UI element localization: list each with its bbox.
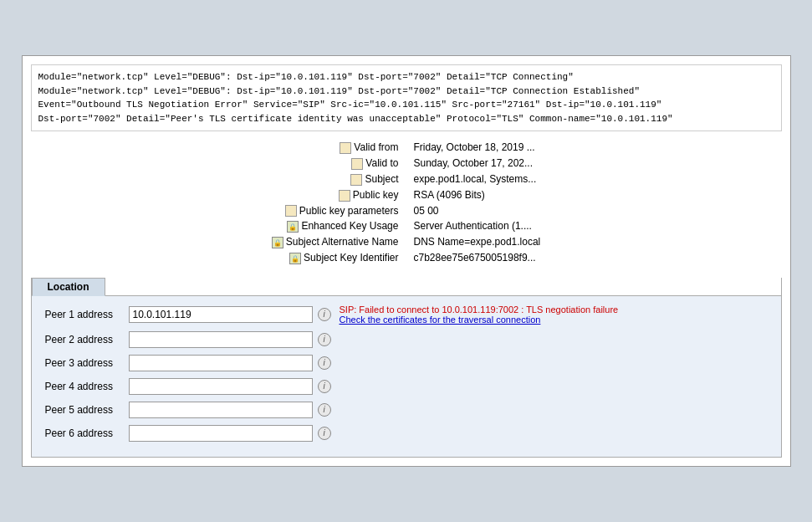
lock-icon: 🔒: [289, 253, 301, 264]
cert-row: Valid toSunday, October 17, 202...: [265, 156, 548, 171]
cert-row: 🔒Subject Key Identifierc7b28ee75e6750051…: [265, 250, 548, 266]
cert-row: Valid fromFriday, October 18, 2019 ...: [265, 140, 548, 156]
info-icon[interactable]: i: [318, 333, 331, 346]
cert-row: Public keyRSA (4096 Bits): [265, 187, 548, 203]
peer-input-2[interactable]: [129, 331, 313, 348]
info-icon[interactable]: i: [318, 356, 331, 370]
cert-label: 🔒Enhanced Key Usage: [265, 218, 407, 234]
cert-label: 🔒Subject Alternative Name: [265, 234, 407, 250]
box-icon: [351, 158, 363, 170]
info-icon[interactable]: i: [318, 308, 331, 321]
cert-value: expe.pod1.local, Systems...: [406, 171, 547, 187]
peer-row-6: Peer 6 addressi: [45, 425, 768, 442]
cert-table-section: Valid fromFriday, October 18, 2019 ...Va…: [31, 140, 782, 266]
peer-label-6: Peer 6 address: [45, 427, 129, 439]
info-icon[interactable]: i: [318, 380, 331, 393]
cert-table: Valid fromFriday, October 18, 2019 ...Va…: [265, 140, 548, 266]
cert-value: Sunday, October 17, 202...: [406, 156, 547, 171]
log-line-1: Module="network.tcp" Level="DEBUG": Dst-…: [38, 70, 774, 84]
box-icon: [350, 174, 362, 186]
cert-value: RSA (4096 Bits): [406, 187, 547, 203]
peer-input-4[interactable]: [129, 378, 313, 395]
cert-row: 🔒Enhanced Key UsageServer Authentication…: [265, 218, 548, 234]
peer-label-5: Peer 5 address: [45, 404, 129, 416]
peer-input-6[interactable]: [129, 425, 313, 442]
cert-label: Valid to: [265, 156, 407, 171]
cert-label: Subject: [265, 171, 407, 187]
log-line-2: Module="network.tcp" Level="DEBUG": Dst-…: [38, 84, 774, 99]
cert-value: c7b28ee75e675005198f9...: [406, 250, 547, 266]
log-line-3: Event="Outbound TLS Negotiation Error" S…: [38, 98, 774, 112]
cert-label: Public key: [265, 187, 407, 203]
cert-row: Subjectexpe.pod1.local, Systems...: [265, 171, 548, 187]
lock-icon: 🔒: [272, 237, 283, 248]
box-icon: [339, 190, 350, 202]
info-icon[interactable]: i: [318, 427, 331, 440]
cert-value: DNS Name=expe.pod1.local: [406, 234, 547, 250]
peer-row-2: Peer 2 addressi: [45, 331, 768, 348]
cert-value: 05 00: [406, 203, 547, 219]
peer-input-1[interactable]: [129, 306, 313, 323]
peer-input-3[interactable]: [129, 355, 313, 371]
peer-label-3: Peer 3 address: [45, 357, 129, 369]
peer-label-4: Peer 4 address: [45, 381, 129, 392]
error-message: SIP: Failed to connect to 10.0.101.119:7…: [340, 304, 619, 325]
box-icon: [340, 142, 351, 154]
info-icon[interactable]: i: [318, 403, 331, 417]
cert-row: 🔒Subject Alternative NameDNS Name=expe.p…: [265, 234, 548, 250]
cert-value: Server Authentication (1....: [406, 218, 547, 234]
location-tab[interactable]: Location: [32, 278, 105, 296]
peer-label-1: Peer 1 address: [45, 309, 129, 320]
cert-row: Public key parameters05 00: [265, 203, 548, 219]
error-link[interactable]: Check the certificates for the traversal…: [340, 315, 619, 325]
error-text: SIP: Failed to connect to 10.0.101.119:7…: [340, 304, 619, 315]
peer-row-1: Peer 1 addressiSIP: Failed to connect to…: [45, 304, 768, 325]
log-line-4: Dst-port="7002" Detail="Peer's TLS certi…: [38, 112, 774, 126]
peer-row-3: Peer 3 addressi: [45, 355, 768, 371]
cert-label: 🔒Subject Key Identifier: [265, 250, 407, 266]
peer-label-2: Peer 2 address: [45, 334, 129, 345]
location-section: Location Peer 1 addressiSIP: Failed to c…: [31, 278, 782, 458]
log-section: Module="network.tcp" Level="DEBUG": Dst-…: [31, 64, 782, 131]
lock-icon: 🔒: [287, 221, 299, 233]
location-tab-bar: Location: [32, 278, 781, 296]
box-icon: [285, 205, 297, 217]
peer-row-4: Peer 4 addressi: [45, 378, 768, 395]
peer-input-5[interactable]: [129, 402, 313, 418]
peer-row-5: Peer 5 addressi: [45, 402, 768, 418]
main-container: Module="network.tcp" Level="DEBUG": Dst-…: [22, 55, 791, 467]
cert-label: Valid from: [265, 140, 407, 156]
cert-value: Friday, October 18, 2019 ...: [406, 140, 547, 156]
cert-label: Public key parameters: [265, 203, 407, 219]
location-body: Peer 1 addressiSIP: Failed to connect to…: [32, 296, 781, 457]
